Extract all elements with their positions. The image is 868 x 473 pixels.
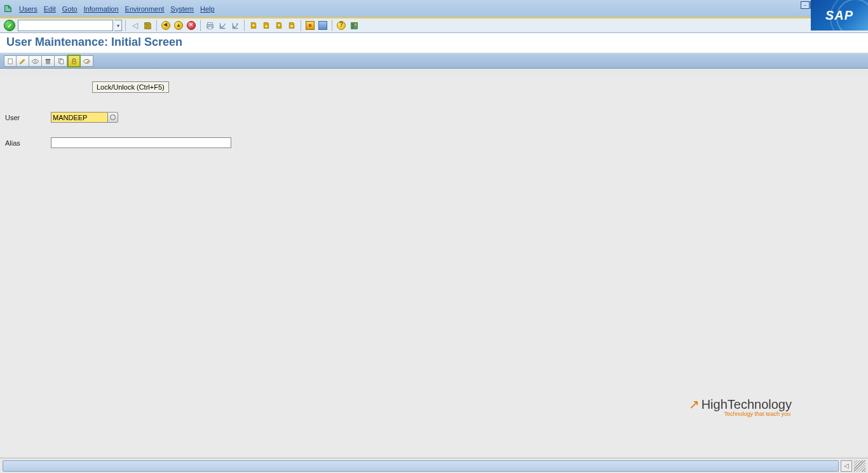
- tooltip: Lock/Unlock (Ctrl+F5): [92, 81, 169, 93]
- watermark: ↗HighTechnology Technology that teach yo…: [689, 397, 792, 417]
- separator: [156, 20, 157, 31]
- status-nav-button[interactable]: ◁: [841, 460, 852, 472]
- new-session-button[interactable]: [304, 20, 316, 31]
- separator: [200, 20, 201, 31]
- exit-button[interactable]: [173, 20, 184, 31]
- cancel-button[interactable]: [186, 20, 197, 31]
- back-disabled-icon: ◁: [129, 20, 140, 31]
- menu-help[interactable]: Help: [200, 5, 215, 13]
- menu-information[interactable]: Information: [84, 5, 119, 13]
- exit-icon: [174, 21, 183, 30]
- print-button[interactable]: [204, 20, 215, 31]
- help-button[interactable]: [336, 20, 347, 31]
- application-toolbar: [0, 53, 868, 69]
- svg-rect-5: [355, 24, 356, 25]
- watermark-arrow-icon: ↗: [689, 397, 700, 411]
- status-message: [3, 460, 839, 472]
- menu-system[interactable]: System: [170, 5, 194, 13]
- shortcut-icon: [318, 21, 327, 30]
- svg-rect-16: [72, 61, 76, 64]
- menu-environment[interactable]: Environment: [125, 5, 165, 13]
- user-f4-help-button[interactable]: [108, 112, 118, 123]
- prev-page-button[interactable]: [261, 20, 272, 31]
- user-input[interactable]: [51, 112, 108, 123]
- separator: [301, 20, 301, 31]
- svg-rect-15: [60, 60, 63, 64]
- save-button[interactable]: [142, 20, 153, 31]
- svg-point-8: [34, 60, 36, 62]
- delete-button[interactable]: [42, 55, 55, 67]
- svg-rect-0: [207, 22, 212, 24]
- svg-rect-10: [46, 59, 50, 60]
- svg-rect-3: [351, 22, 357, 29]
- back-button[interactable]: [160, 20, 172, 31]
- minimize-button[interactable]: –: [801, 1, 810, 9]
- svg-rect-4: [352, 24, 353, 25]
- alias-label: Alias: [5, 139, 51, 147]
- customize-button[interactable]: [348, 20, 360, 31]
- help-icon: [337, 21, 346, 30]
- svg-rect-2: [208, 27, 212, 29]
- lock-unlock-button[interactable]: [67, 55, 81, 67]
- separator: [332, 20, 332, 31]
- separator: [125, 20, 126, 31]
- find-button[interactable]: [217, 20, 228, 31]
- svg-rect-7: [8, 58, 12, 64]
- resize-grip[interactable]: [854, 460, 865, 472]
- content-area: User Alias ↗HighTechnology Technology th…: [0, 75, 868, 455]
- status-bar: ◁: [0, 458, 868, 473]
- svg-rect-6: [352, 26, 353, 27]
- last-page-button[interactable]: [286, 20, 297, 31]
- next-page-button[interactable]: [273, 20, 285, 31]
- page-title: User Maintenance: Initial Screen: [6, 36, 862, 49]
- user-row: User: [5, 112, 118, 123]
- shortcut-button[interactable]: [317, 20, 329, 31]
- alias-input[interactable]: [51, 137, 231, 148]
- standard-toolbar: ▾ ◁: [0, 18, 868, 33]
- user-label: User: [5, 114, 51, 121]
- display-button[interactable]: [29, 55, 42, 67]
- cancel-icon: [187, 21, 196, 30]
- back-icon: [161, 21, 170, 30]
- copy-button[interactable]: [55, 55, 67, 67]
- menu-users[interactable]: Users: [19, 5, 37, 13]
- password-button[interactable]: [81, 55, 93, 67]
- first-page-button[interactable]: [248, 20, 259, 31]
- new-session-icon: [306, 21, 315, 30]
- title-bar: User Maintenance: Initial Screen: [0, 33, 868, 53]
- menu-bar-container: Users Edit Goto Information Environment …: [0, 0, 868, 18]
- find-next-button[interactable]: [229, 20, 241, 31]
- watermark-main: ↗HighTechnology: [689, 397, 792, 412]
- menu-bar: Users Edit Goto Information Environment …: [19, 5, 215, 13]
- command-dropdown[interactable]: ▾: [114, 20, 122, 31]
- sap-logo: SAP: [811, 0, 868, 31]
- command-field[interactable]: [18, 20, 113, 31]
- separator: [244, 20, 245, 31]
- enter-button[interactable]: [4, 20, 15, 31]
- create-button[interactable]: [4, 55, 17, 67]
- change-button[interactable]: [17, 55, 29, 67]
- alias-row: Alias: [5, 137, 231, 148]
- session-icon[interactable]: [3, 4, 13, 14]
- menu-goto[interactable]: Goto: [62, 5, 78, 13]
- menu-edit[interactable]: Edit: [44, 5, 56, 13]
